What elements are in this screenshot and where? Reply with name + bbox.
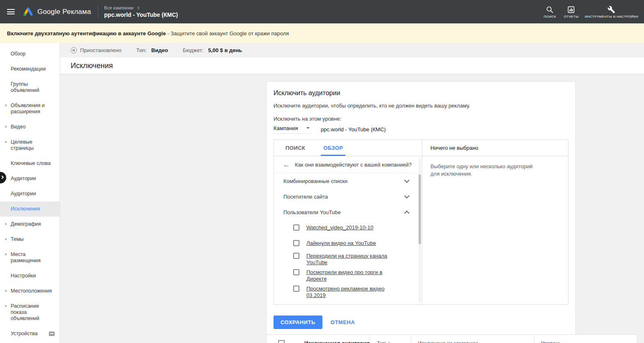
back-question: Как они взаимодействуют с вашей компание…	[295, 162, 412, 168]
audience-row: Просмотры ролика HR по акции 03	[274, 300, 422, 304]
picker-left-pane: ПОИСК ОБЗОР ← Как они взаимодействуют с …	[274, 140, 422, 304]
sidebar-item-devices[interactable]: Устройства	[0, 326, 60, 341]
sidebar-subitem-exclusions[interactable]: Исключения	[0, 201, 60, 217]
sidebar-item-videos[interactable]: Видео	[0, 119, 60, 135]
save-button[interactable]: СОХРАНИТЬ	[274, 316, 322, 329]
column-level[interactable]: Уровень	[534, 335, 637, 343]
category-label: Посетители сайта	[283, 194, 328, 200]
brand-logo[interactable]: Google Реклама	[23, 7, 91, 16]
level-select[interactable]: Кампания	[274, 125, 310, 134]
chevron-right-icon	[136, 6, 139, 9]
audience-checkbox[interactable]	[293, 240, 299, 246]
chevron-down-icon	[404, 178, 409, 183]
brand-name: Google Реклама	[37, 8, 91, 16]
level-select-value: Кампания	[274, 125, 298, 131]
category-site-visitors[interactable]: Посетители сайта	[274, 189, 422, 204]
sidebar-item-recommendations[interactable]: Рекомендации	[0, 62, 60, 77]
chevron-right-icon	[5, 305, 7, 307]
audience-checkbox[interactable]	[293, 286, 299, 292]
cancel-button[interactable]: ОТМЕНА	[326, 316, 360, 329]
security-banner: Включите двухэтапную аутентификацию в ак…	[0, 23, 644, 43]
sidebar-item-demographics[interactable]: Демография	[0, 217, 60, 232]
sidebar-item-ad-schedule[interactable]: Расписание показа объявлений	[0, 299, 60, 326]
select-all-checkbox[interactable]	[278, 340, 285, 343]
tab-browse[interactable]: ОБЗОР	[316, 140, 350, 156]
sidebar-item-landing-pages[interactable]: Целевые страницы	[0, 135, 60, 156]
category-youtube-users[interactable]: Пользователи YouTube	[274, 204, 422, 220]
reports-button[interactable]: ОТЧЕТЫ	[562, 3, 581, 21]
tools-settings-button[interactable]: ИНСТРУМЕНТЫ И НАСТРОЙКИ	[583, 3, 640, 21]
reports-label: ОТЧЕТЫ	[564, 15, 579, 19]
chevron-right-icon	[5, 223, 7, 225]
level-row: Кампания ppc.world - YouTube (КМС)	[274, 125, 568, 134]
card-title: Исключить аудитории	[274, 89, 568, 97]
chevron-right-icon	[5, 104, 7, 107]
campaign-budget[interactable]: Бюджет: 5,00 $ в день	[183, 47, 242, 53]
exclude-audiences-card: Исключить аудитории Исключите аудитории,…	[266, 81, 576, 336]
google-ads-logo-icon	[23, 7, 33, 16]
column-label: Исключено из кампании	[418, 340, 478, 343]
back-arrow-icon: ←	[283, 161, 290, 168]
column-label: Уровень	[541, 340, 561, 343]
devices-badge-icon	[49, 332, 55, 336]
sidebar-item-label: Группы объявлений	[11, 81, 39, 93]
chevron-up-icon	[404, 210, 409, 216]
column-type[interactable]: Тип ↕	[370, 335, 411, 343]
picker-list: ← Как они взаимодействуют с вашей компан…	[274, 157, 422, 304]
level-label: Исключить на этом уровне:	[274, 116, 568, 122]
audience-row: Просмотрено рекламное видео 03 2019	[274, 284, 422, 300]
sidebar-item-topics[interactable]: Темы	[0, 232, 60, 247]
dropdown-arrow-icon	[306, 127, 310, 129]
audience-row: Watched_video_2019-10-10	[274, 220, 422, 236]
scrollbar-track[interactable]	[419, 159, 421, 303]
search-icon	[546, 6, 554, 14]
sidebar-item-overview[interactable]: Обзор	[0, 46, 60, 62]
back-row[interactable]: ← Как они взаимодействуют с вашей компан…	[274, 157, 422, 173]
audience-link[interactable]: Лайкнули видео на YouTube	[306, 240, 376, 247]
sidebar-item-label: Расписание показа объявлений	[11, 303, 39, 321]
audience-link[interactable]: Watched_video_2019-10-10	[306, 224, 373, 231]
breadcrumb-parent-label: Все кампании	[104, 5, 133, 10]
breadcrumb-parent[interactable]: Все кампании	[104, 5, 178, 10]
sidebar-item-label: Места размещения	[11, 252, 41, 263]
column-excluded-audience[interactable]: Исключенная аудитория	[267, 335, 370, 343]
sidebar-item-label: Местоположения	[11, 288, 52, 294]
main-content: Приостановлено Тип: Видео Бюджет: 5,00 $…	[60, 43, 644, 343]
audience-row: Посмотрели видео про торги в Директе	[274, 268, 422, 284]
chevron-right-icon	[5, 238, 7, 240]
audience-link[interactable]: Просмотрено рекламное видео 03 2019	[306, 286, 391, 299]
category-label: Пользователи YouTube	[283, 209, 341, 215]
sidebar-subitem-audiences[interactable]: Аудитории	[0, 186, 60, 201]
column-excluded-from[interactable]: Исключено из кампании	[411, 335, 534, 343]
topbar-divider	[98, 6, 98, 18]
audience-link[interactable]: Посмотрели видео про торги в Директе	[306, 269, 391, 282]
sidebar-item-label: Устройства	[11, 331, 37, 336]
google-ads-app: Google Реклама Все кампании ppc.world - …	[0, 0, 644, 343]
sidebar-item-label: Исключения	[11, 206, 40, 212]
picker-selection-pane: Ничего не выбрано Выберите одну или неск…	[422, 140, 568, 304]
level-target-name: ppc.world - YouTube (КМС)	[321, 126, 386, 133]
banner-rest-text: - Защитите свой аккаунт Google от кражи …	[166, 30, 289, 37]
audience-checkbox[interactable]	[293, 224, 299, 231]
sidebar-item-ads-extensions[interactable]: Объявления и расширения	[0, 98, 60, 119]
sidebar-item-locations[interactable]: Местоположения	[0, 284, 60, 299]
breadcrumb: Все кампании ppc.world - YouTube (КМС)	[104, 5, 178, 18]
chevron-right-icon	[5, 290, 7, 292]
campaign-status[interactable]: Приостановлено	[71, 47, 122, 53]
budget-value: 5,00 $ в день	[208, 47, 242, 53]
sidebar-item-settings[interactable]: Настройки	[0, 268, 60, 284]
audience-link[interactable]: Переходили на страницу канала YouTube	[306, 253, 391, 266]
sidebar-item-placements[interactable]: Места размещения	[0, 247, 60, 268]
menu-icon[interactable]	[7, 9, 15, 14]
category-combined-lists[interactable]: Комбинированные списки	[274, 173, 422, 189]
tab-search[interactable]: ПОИСК	[278, 140, 313, 156]
scrollbar-thumb[interactable]	[419, 174, 421, 244]
sidebar-item-audiences[interactable]: Аудитории	[0, 171, 60, 186]
audience-checkbox[interactable]	[293, 253, 299, 259]
sidebar-item-ad-groups[interactable]: Группы объявлений	[0, 77, 60, 98]
search-button[interactable]: ПОИСК	[540, 3, 559, 21]
sidebar-item-label: Темы	[11, 236, 23, 242]
sidebar-item-label: Ключевые слова	[11, 160, 51, 166]
audience-checkbox[interactable]	[293, 269, 299, 275]
sidebar-item-keywords[interactable]: Ключевые слова	[0, 156, 60, 171]
